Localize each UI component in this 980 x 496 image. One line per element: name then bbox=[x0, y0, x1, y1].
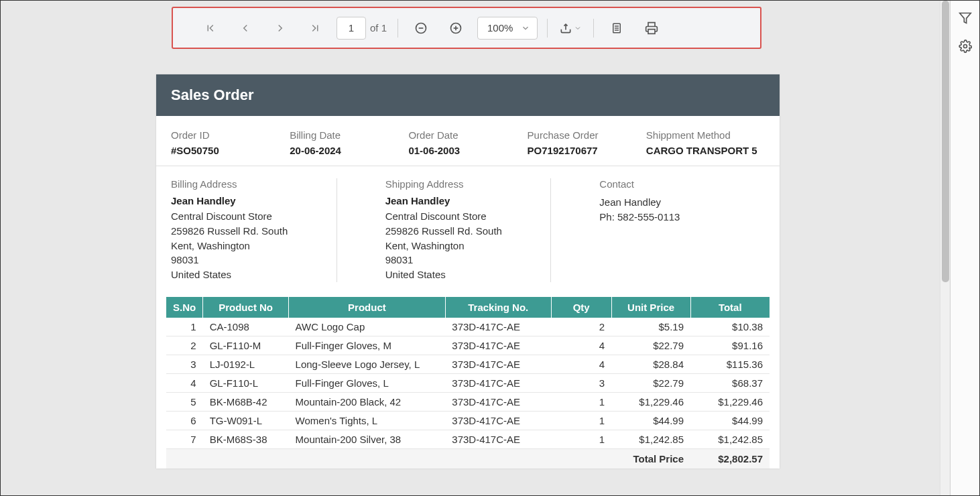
cell-tracking: 373D-417C-AE bbox=[445, 430, 551, 448]
filter-button[interactable] bbox=[957, 10, 973, 26]
billing-title: Billing Address bbox=[171, 178, 323, 190]
contact-name: Jean Handley bbox=[599, 195, 751, 210]
cell-price: $1,242.85 bbox=[611, 430, 690, 448]
order-id-label: Order ID bbox=[171, 129, 290, 141]
cell-sno: 5 bbox=[166, 392, 203, 411]
cell-tracking: 373D-417C-AE bbox=[445, 392, 551, 411]
order-date-label: Order Date bbox=[408, 129, 527, 141]
separator bbox=[397, 19, 398, 38]
order-date-value: 01-06-2003 bbox=[408, 145, 527, 156]
scrollbar-track[interactable] bbox=[940, 1, 950, 495]
items-table: S.No Product No Product Tracking No. Qty… bbox=[166, 297, 770, 469]
cell-qty: 3 bbox=[551, 373, 611, 392]
cell-total: $68.37 bbox=[690, 373, 770, 392]
cell-total: $44.99 bbox=[690, 411, 770, 430]
billing-line: 259826 Russell Rd. South bbox=[171, 224, 323, 239]
col-product-no: Product No bbox=[203, 297, 289, 318]
billing-line: Central Discount Store bbox=[171, 209, 323, 224]
cell-product-no: GL-F110-L bbox=[203, 373, 289, 392]
shipping-line: 259826 Russell Rd. South bbox=[385, 224, 538, 239]
billing-date-value: 20-06-2024 bbox=[290, 145, 408, 156]
po-value: PO7192170677 bbox=[528, 145, 646, 156]
report-toolbar: of 1 100% bbox=[172, 7, 761, 49]
cell-total: $1,229.46 bbox=[690, 392, 770, 411]
table-row: 2GL-F110-MFull-Finger Gloves, M373D-417C… bbox=[166, 336, 770, 355]
cell-sno: 6 bbox=[166, 411, 203, 430]
svg-point-14 bbox=[963, 45, 967, 48]
cell-total: $10.38 bbox=[690, 318, 770, 336]
last-page-button[interactable] bbox=[302, 15, 328, 42]
order-id-value: #SO50750 bbox=[171, 145, 290, 156]
zoom-in-button[interactable] bbox=[442, 15, 469, 42]
contact-phone: Ph: 582-555-0113 bbox=[599, 210, 751, 225]
shipping-line: United States bbox=[385, 267, 538, 282]
total-price-label: Total Price bbox=[166, 448, 690, 469]
chevron-down-icon bbox=[574, 24, 582, 32]
separator bbox=[547, 19, 548, 38]
cell-price: $22.79 bbox=[611, 336, 690, 355]
cell-total: $1,242.85 bbox=[690, 430, 770, 448]
cell-qty: 4 bbox=[551, 355, 611, 373]
cell-product: Mountain-200 Silver, 38 bbox=[289, 430, 446, 448]
cell-price: $1,229.46 bbox=[611, 392, 690, 411]
billing-date-label: Billing Date bbox=[290, 129, 408, 141]
cell-qty: 4 bbox=[551, 336, 611, 355]
cell-tracking: 373D-417C-AE bbox=[445, 355, 551, 373]
col-qty: Qty bbox=[551, 297, 611, 318]
cell-qty: 1 bbox=[551, 430, 611, 448]
cell-sno: 1 bbox=[166, 318, 203, 336]
col-tracking: Tracking No. bbox=[445, 297, 551, 318]
next-page-button[interactable] bbox=[267, 15, 294, 42]
export-button[interactable] bbox=[557, 15, 584, 42]
cell-price: $22.79 bbox=[611, 373, 690, 392]
zoom-dropdown[interactable]: 100% bbox=[477, 17, 538, 40]
separator bbox=[593, 19, 594, 38]
svg-rect-12 bbox=[648, 29, 655, 34]
cell-price: $44.99 bbox=[611, 411, 690, 430]
billing-address: Billing Address Jean Handley Central Dis… bbox=[171, 178, 337, 282]
col-sno: S.No bbox=[166, 297, 203, 318]
cell-product-no: GL-F110-M bbox=[203, 336, 289, 355]
shipping-line: Kent, Washington bbox=[385, 239, 538, 253]
cell-qty: 1 bbox=[551, 392, 611, 411]
cell-tracking: 373D-417C-AE bbox=[445, 373, 551, 392]
table-row: 7BK-M68S-38Mountain-200 Silver, 38373D-4… bbox=[166, 430, 770, 448]
cell-tracking: 373D-417C-AE bbox=[445, 318, 551, 336]
scrollbar-thumb[interactable] bbox=[942, 1, 949, 282]
cell-qty: 1 bbox=[551, 411, 611, 430]
cell-product: Long-Sleeve Logo Jersey, L bbox=[289, 355, 446, 373]
right-sidebar bbox=[950, 1, 979, 495]
prev-page-button[interactable] bbox=[232, 15, 259, 42]
shipping-line: Central Discount Store bbox=[385, 209, 538, 224]
billing-line: United States bbox=[171, 267, 323, 282]
cell-product: AWC Logo Cap bbox=[289, 318, 446, 336]
cell-qty: 2 bbox=[551, 318, 611, 336]
col-unit-price: Unit Price bbox=[611, 297, 690, 318]
table-row: 4GL-F110-LFull-Finger Gloves, L373D-417C… bbox=[166, 373, 770, 392]
cell-tracking: 373D-417C-AE bbox=[445, 336, 551, 355]
cell-price: $28.84 bbox=[611, 355, 690, 373]
table-row: 5BK-M68B-42Mountain-200 Black, 42373D-41… bbox=[166, 392, 770, 411]
first-page-button[interactable] bbox=[197, 15, 224, 42]
cell-total: $91.16 bbox=[690, 336, 770, 355]
page-of-label: of 1 bbox=[370, 22, 387, 34]
ship-method-label: Shippment Method bbox=[646, 129, 765, 141]
cell-total: $115.36 bbox=[690, 355, 770, 373]
chevron-down-icon bbox=[521, 23, 530, 33]
cell-sno: 2 bbox=[166, 336, 203, 355]
address-row: Billing Address Jean Handley Central Dis… bbox=[156, 166, 780, 292]
table-row: 1CA-1098AWC Logo Cap373D-417C-AE2$5.19$1… bbox=[166, 318, 770, 336]
settings-button[interactable] bbox=[957, 38, 973, 54]
zoom-out-button[interactable] bbox=[408, 15, 434, 42]
col-total: Total bbox=[690, 297, 770, 318]
cell-product-no: BK-M68S-38 bbox=[203, 430, 289, 448]
page-layout-button[interactable] bbox=[603, 15, 630, 42]
cell-product: Full-Finger Gloves, L bbox=[289, 373, 446, 392]
shipping-name: Jean Handley bbox=[385, 195, 538, 206]
cell-product-no: CA-1098 bbox=[203, 318, 289, 336]
cell-product-no: TG-W091-L bbox=[203, 411, 289, 430]
page-number-input[interactable] bbox=[336, 17, 366, 40]
ship-method-value: CARGO TRANSPORT 5 bbox=[646, 145, 765, 156]
order-meta: Order ID #SO50750 Billing Date 20-06-202… bbox=[156, 116, 780, 166]
print-button[interactable] bbox=[638, 15, 665, 42]
